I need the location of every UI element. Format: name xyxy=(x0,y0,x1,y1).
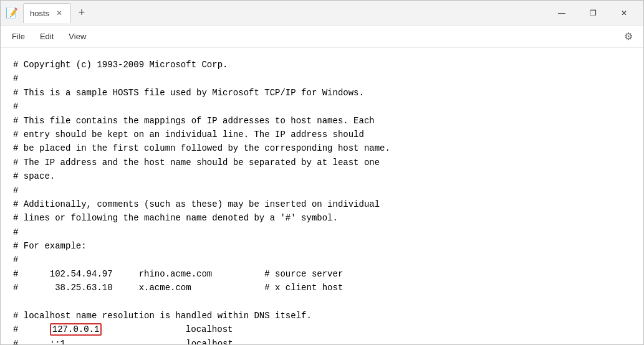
close-button[interactable]: ✕ xyxy=(610,3,638,23)
menu-file[interactable]: File xyxy=(6,29,31,44)
titlebar-controls: — ❐ ✕ xyxy=(547,3,638,23)
titlebar: 📝 hosts ✕ + — ❐ ✕ xyxy=(1,1,643,26)
menubar: File Edit View ⚙ xyxy=(1,26,643,48)
editor-content[interactable]: # Copyright (c) 1993-2009 Microsoft Corp… xyxy=(1,48,643,344)
highlighted-ip: 127.0.0.1 xyxy=(50,323,102,336)
tab-close-button[interactable]: ✕ xyxy=(54,8,64,18)
line20-post: localhost xyxy=(102,324,233,334)
restore-button[interactable]: ❐ xyxy=(579,3,607,23)
hosts-file-text: # Copyright (c) 1993-2009 Microsoft Corp… xyxy=(13,58,631,344)
tab-bar: hosts ✕ + xyxy=(23,3,542,23)
app-icon: 📝 xyxy=(6,7,18,19)
menu-edit[interactable]: Edit xyxy=(34,29,60,44)
settings-icon[interactable]: ⚙ xyxy=(618,27,638,47)
minimize-button[interactable]: — xyxy=(547,3,576,23)
menu-items: File Edit View xyxy=(6,29,92,44)
menu-view[interactable]: View xyxy=(62,29,92,44)
new-tab-button[interactable]: + xyxy=(72,4,91,22)
tab-hosts[interactable]: hosts ✕ xyxy=(23,3,71,23)
main-window: 📝 hosts ✕ + — ❐ ✕ File Edit View ⚙ # Cop… xyxy=(0,0,644,345)
tab-hosts-label: hosts xyxy=(30,9,49,18)
line20-pre: # xyxy=(13,324,50,334)
